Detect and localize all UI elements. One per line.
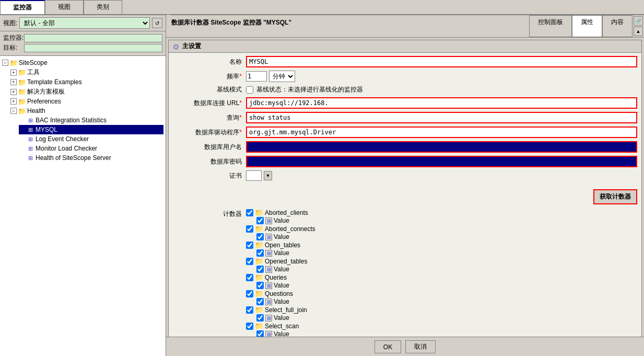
open-tables-value: ⊞ Value [256, 249, 315, 257]
select-full-join-check[interactable] [246, 306, 253, 314]
select-full-join-folder-icon: 📁 [255, 306, 263, 314]
counter-select-scan: 📁 Select_scan [246, 322, 315, 330]
select-full-join-value-check[interactable] [256, 314, 264, 321]
aborted-clients-value-check[interactable] [256, 217, 264, 224]
open-tables-check[interactable] [246, 242, 253, 249]
tree-item-log[interactable]: ⊞ Log Event Checker [19, 134, 163, 144]
db-url-input[interactable] [246, 97, 637, 109]
get-counter-area: 获取计数器 [169, 187, 641, 206]
tab-monitors[interactable]: 监控器 [0, 0, 45, 14]
select-scan-children: ⊞ Value [246, 330, 315, 337]
log-item: ⊞ Log Event Checker [10, 134, 163, 144]
open-tables-value-check[interactable] [256, 249, 264, 257]
queries-value-text: Value [274, 282, 289, 289]
loadchecker-item: ⊞ Monitor Load Checker [10, 144, 163, 153]
cert-label: 证书 [173, 171, 246, 180]
db-password-control [246, 156, 637, 167]
tree-root[interactable]: − 📁 SiteScope [2, 58, 163, 67]
get-counter-button[interactable]: 获取计数器 [593, 189, 637, 204]
tree-item-health-server[interactable]: ⊞ Health of SiteScope Server [19, 153, 163, 163]
cert-control: ▼ [246, 170, 637, 181]
cancel-button[interactable]: 取消 [405, 340, 436, 353]
select-full-join-text: Select_full_join [265, 306, 307, 314]
expand-root[interactable]: − [2, 60, 8, 66]
freq-inputs: 分钟 [246, 71, 637, 82]
select-scan-text: Select_scan [265, 323, 299, 330]
aborted-clients-folder-icon: 📁 [255, 209, 263, 216]
view-select[interactable]: 默认 - 全部 [19, 17, 150, 29]
aborted-clients-text: Aborted_clients [265, 209, 308, 216]
select-scan-value-check[interactable] [256, 330, 264, 337]
tree-item-loadchecker[interactable]: ⊞ Monitor Load Checker [19, 144, 163, 153]
db-user-input[interactable] [246, 141, 637, 153]
icon-btn-1[interactable]: 🔗 [634, 16, 643, 26]
select-scan-check[interactable] [246, 323, 253, 330]
loadchecker-label: Monitor Load Checker [36, 145, 97, 152]
tab-views[interactable]: 视图 [45, 0, 84, 14]
opened-tables-check[interactable] [246, 258, 253, 265]
baseline-checkbox[interactable] [246, 86, 253, 94]
db-password-input[interactable] [246, 156, 637, 167]
queries-check[interactable] [246, 274, 253, 281]
expand-health[interactable]: − [10, 108, 17, 114]
db-driver-input[interactable] [246, 127, 637, 138]
monitor-input[interactable] [24, 34, 162, 42]
right-content[interactable]: ⊙ 主设置 名称 频率 [166, 38, 644, 337]
properties-area: ⊙ 主设置 名称 频率 [168, 40, 642, 337]
freq-value-input[interactable] [246, 71, 267, 82]
db-driver-control [246, 127, 637, 138]
tab-content[interactable]: 内容 [602, 15, 633, 37]
section-title: 主设置 [182, 42, 201, 51]
refresh-button[interactable]: ↺ [152, 18, 162, 28]
questions-check[interactable] [246, 290, 253, 297]
tree-area[interactable]: − 📁 SiteScope + 📁 工具 + 📁 Template Exampl… [0, 56, 166, 356]
db-password-row: 数据库密码 [173, 156, 637, 167]
tab-categories[interactable]: 类别 [84, 0, 122, 14]
tools-group: + 📁 工具 [2, 67, 163, 77]
queries-value-check[interactable] [256, 282, 264, 289]
health-server-label: Health of SiteScope Server [36, 154, 111, 162]
questions-value-check[interactable] [256, 298, 264, 305]
aborted-clients-children: ⊞ Value [246, 217, 315, 224]
questions-folder-icon: 📁 [255, 290, 263, 297]
counter-aborted-clients: 📁 Aborted_clients [246, 209, 315, 216]
tree-item-preferences[interactable]: + 📁 Preferences [10, 97, 163, 106]
preferences-label: Preferences [27, 98, 61, 105]
opened-tables-children: ⊞ Value [246, 266, 315, 273]
tree-item-health[interactable]: − 📁 Health [10, 106, 163, 116]
tree-item-bac[interactable]: ⊞ BAC Integration Statistics [19, 116, 163, 125]
ok-button[interactable]: OK [374, 340, 401, 353]
freq-unit-select[interactable]: 分钟 [269, 71, 295, 82]
open-tables-text: Open_tables [265, 242, 300, 249]
opened-tables-value-icon: ⊞ [265, 266, 272, 273]
tab-control-panel[interactable]: 控制面板 [529, 15, 572, 37]
expand-templates[interactable]: + [10, 79, 17, 85]
select-scan-value: ⊞ Value [256, 330, 315, 337]
name-input[interactable] [246, 56, 637, 67]
tree-item-solutions[interactable]: + 📁 解决方案模板 [10, 87, 163, 97]
aborted-clients-check[interactable] [246, 209, 253, 216]
tab-properties[interactable]: 属性 [572, 15, 602, 37]
mysql-monitor-icon: ⊞ [26, 125, 34, 134]
expand-solutions[interactable]: + [10, 89, 17, 95]
tree-item-templates[interactable]: + 📁 Template Examples [10, 77, 163, 87]
select-scan-value-icon: ⊞ [265, 331, 272, 337]
expand-preferences[interactable]: + [10, 98, 17, 105]
query-input[interactable] [246, 112, 637, 123]
expand-tools[interactable]: + [10, 70, 17, 76]
bottom-bar: OK 取消 [166, 337, 644, 356]
select-full-join-children: ⊞ Value [246, 314, 315, 321]
aborted-connects-text: Aborted_connects [265, 225, 315, 233]
target-input[interactable] [24, 44, 162, 52]
icon-btn-2[interactable]: ▲ [634, 27, 643, 36]
aborted-connects-check[interactable] [246, 225, 253, 233]
templates-label: Template Examples [27, 78, 82, 86]
cert-dropdown[interactable]: ▼ [264, 171, 272, 180]
tree-item-tools[interactable]: + 📁 工具 [10, 67, 163, 77]
opened-tables-value-check[interactable] [256, 266, 264, 273]
monitor-label: 监控器: [3, 33, 24, 42]
tree-item-mysql[interactable]: ⊞ MYSQL [19, 125, 163, 134]
left-panel: 视图: 默认 - 全部 ↺ 监控器: 目标: − 📁 SiteScope [0, 15, 166, 356]
cert-input[interactable] [246, 170, 262, 181]
aborted-connects-value-check[interactable] [256, 233, 264, 240]
